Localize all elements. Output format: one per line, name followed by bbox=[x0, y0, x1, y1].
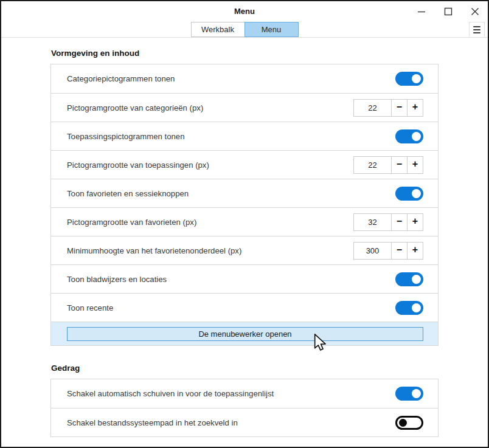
spinner-value[interactable]: 22 bbox=[353, 99, 392, 117]
toggle-switch[interactable] bbox=[395, 129, 423, 143]
settings-row: Categoriepictogrammen tonen bbox=[51, 64, 438, 93]
minimize-button[interactable] bbox=[417, 7, 426, 16]
spinner-increase-button[interactable]: + bbox=[408, 99, 423, 117]
setting-label: Schakel automatisch schuiven in voor de … bbox=[67, 389, 395, 398]
toggle-switch[interactable] bbox=[395, 272, 423, 286]
settings-row: Pictogramgrootte van categorieën (px)22−… bbox=[51, 93, 438, 122]
spinner-control: 22−+ bbox=[353, 156, 423, 174]
settings-row: Minimumhoogte van het favorietenonderdee… bbox=[51, 236, 438, 264]
spinner-control: 32−+ bbox=[353, 213, 423, 231]
setting-label: Pictogramgrootte van favorieten (px) bbox=[67, 218, 353, 227]
section-vormgeving-en-inhoud: Vormgeving en inhoud Categoriepictogramm… bbox=[50, 49, 439, 346]
spinner-decrease-button[interactable]: − bbox=[392, 242, 408, 260]
spinner-increase-button[interactable]: + bbox=[408, 213, 423, 231]
window-header: Menu Werkbalk Menu bbox=[1, 1, 488, 38]
settings-content: Vormgeving en inhoud Categoriepictogramm… bbox=[1, 49, 488, 437]
tab-bar: Werkbalk Menu bbox=[1, 22, 488, 37]
spinner-value[interactable]: 300 bbox=[353, 242, 392, 260]
hamburger-menu-button[interactable] bbox=[469, 22, 485, 38]
tab-menu[interactable]: Menu bbox=[244, 22, 299, 37]
toggle-knob bbox=[412, 189, 421, 198]
toggle-knob bbox=[412, 275, 421, 284]
toggle-switch[interactable] bbox=[395, 387, 423, 401]
titlebar[interactable]: Menu bbox=[1, 1, 488, 21]
close-button[interactable] bbox=[471, 7, 479, 16]
settings-row: De menubewerker openen bbox=[51, 322, 438, 345]
toggle-knob bbox=[399, 419, 407, 427]
toggle-knob bbox=[412, 74, 421, 83]
window-title: Menu bbox=[234, 7, 255, 16]
settings-row: Toepassingspictogrammen tonen bbox=[51, 122, 438, 150]
toggle-switch[interactable] bbox=[395, 72, 423, 86]
setting-label: Minimumhoogte van het favorietenonderdee… bbox=[67, 246, 353, 255]
settings-list: Categoriepictogrammen tonenPictogramgroo… bbox=[50, 64, 439, 346]
setting-label: Toepassingspictogrammen tonen bbox=[67, 132, 395, 141]
toggle-knob bbox=[412, 303, 421, 312]
settings-row: Schakel automatisch schuiven in voor de … bbox=[51, 379, 438, 408]
setting-label: Pictogramgrootte van categorieën (px) bbox=[67, 103, 353, 112]
open-menu-editor-button[interactable]: De menubewerker openen bbox=[67, 327, 423, 341]
spinner-control: 300−+ bbox=[353, 242, 423, 260]
section-heading: Vormgeving en inhoud bbox=[51, 49, 439, 58]
tab-werkbalk[interactable]: Werkbalk bbox=[191, 22, 245, 37]
maximize-button[interactable] bbox=[444, 7, 453, 16]
setting-label: Toon bladwijzers en locaties bbox=[67, 275, 395, 284]
toggle-switch[interactable] bbox=[395, 187, 423, 201]
spinner-increase-button[interactable]: + bbox=[408, 156, 423, 174]
window-controls bbox=[417, 1, 479, 21]
toggle-switch[interactable] bbox=[395, 416, 423, 430]
toggle-switch[interactable] bbox=[395, 301, 423, 315]
spinner-value[interactable]: 32 bbox=[353, 213, 392, 231]
spinner-decrease-button[interactable]: − bbox=[392, 99, 408, 117]
settings-row: Pictogramgrootte van favorieten (px)32−+ bbox=[51, 207, 438, 236]
settings-row: Toon recente bbox=[51, 293, 438, 322]
spinner-decrease-button[interactable]: − bbox=[392, 213, 408, 231]
spinner-value[interactable]: 22 bbox=[353, 156, 392, 174]
setting-label: Toon recente bbox=[67, 303, 395, 312]
spinner-decrease-button[interactable]: − bbox=[392, 156, 408, 174]
spinner-control: 22−+ bbox=[353, 99, 423, 117]
spinner-increase-button[interactable]: + bbox=[408, 242, 423, 260]
setting-label: Pictogramgrootte van toepassingen (px) bbox=[67, 160, 353, 170]
section-heading: Gedrag bbox=[51, 364, 439, 373]
hamburger-icon bbox=[473, 26, 480, 28]
setting-label: Categoriepictogrammen tonen bbox=[67, 74, 395, 83]
setting-label: Toon favorieten en sessieknoppen bbox=[67, 189, 395, 198]
section-gedrag: Gedrag Schakel automatisch schuiven in v… bbox=[50, 364, 439, 437]
settings-window: Menu Werkbalk Menu Vormgeving en inhoud bbox=[0, 0, 489, 448]
settings-row: Schakel bestandssysteempad in het zoekve… bbox=[51, 408, 438, 436]
toggle-knob bbox=[412, 132, 421, 141]
toggle-knob bbox=[412, 389, 421, 398]
settings-row: Toon bladwijzers en locaties bbox=[51, 264, 438, 293]
settings-row: Toon favorieten en sessieknoppen bbox=[51, 179, 438, 207]
settings-list: Schakel automatisch schuiven in voor de … bbox=[50, 379, 439, 437]
setting-label: Schakel bestandssysteempad in het zoekve… bbox=[67, 418, 395, 427]
settings-row: Pictogramgrootte van toepassingen (px)22… bbox=[51, 150, 438, 179]
